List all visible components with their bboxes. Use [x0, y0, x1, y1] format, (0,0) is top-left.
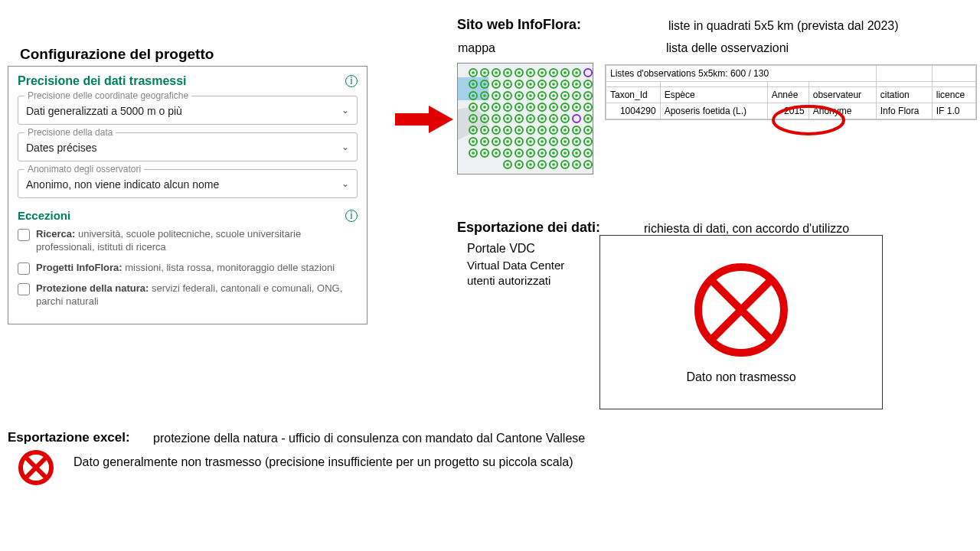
svg-point-178 [506, 163, 509, 166]
svg-point-69 [472, 106, 475, 109]
svg-point-122 [529, 129, 532, 132]
svg-point-71 [483, 106, 486, 109]
svg-point-144 [529, 140, 532, 143]
svg-point-105 [552, 117, 555, 120]
svg-point-148 [552, 140, 555, 143]
field-label: Anonimato degli osservatori [24, 164, 144, 174]
svg-point-22 [575, 71, 578, 74]
export-label: Esportazione dei dati: [457, 220, 600, 236]
excel-value: protezione della natura - ufficio di con… [153, 432, 585, 445]
svg-point-146 [541, 140, 544, 143]
chk-progetti[interactable]: Progetti InfoFlora: missioni, lista ross… [18, 262, 358, 275]
svg-point-132 [586, 129, 590, 132]
svg-point-61 [552, 94, 555, 97]
info-icon[interactable]: i [345, 210, 358, 222]
svg-point-12 [518, 71, 521, 74]
config-title: Configurazione del progetto [20, 46, 214, 63]
svg-point-172 [564, 152, 567, 155]
svg-point-126 [552, 129, 555, 132]
svg-point-162 [506, 152, 509, 155]
prohibited-icon-small [17, 448, 55, 490]
svg-point-31 [506, 83, 509, 86]
svg-point-75 [506, 106, 509, 109]
svg-point-81 [541, 106, 544, 109]
svg-point-10 [506, 71, 509, 74]
svg-point-49 [483, 94, 486, 97]
svg-point-89 [586, 106, 590, 109]
svg-point-73 [495, 106, 498, 109]
svg-point-25 [472, 83, 475, 86]
checkbox-icon [18, 229, 30, 241]
chk-text: Ricerca: università, scuole politecniche… [36, 228, 358, 254]
prohibited-icon [691, 260, 791, 360]
svg-point-35 [529, 83, 532, 86]
svg-point-39 [552, 83, 555, 86]
vdc-sub: Virtual Data Center [467, 259, 564, 272]
svg-point-138 [495, 140, 498, 143]
vdc-title: Portale VDC [467, 242, 535, 256]
svg-point-65 [575, 94, 578, 97]
svg-point-184 [541, 163, 544, 166]
lista-label: lista delle osservazioni [666, 41, 789, 55]
excel-label: Esportazione excel: [8, 430, 130, 445]
svg-point-176 [586, 152, 590, 155]
svg-point-93 [483, 117, 486, 120]
svg-point-158 [483, 152, 486, 155]
sito-label: Sito web InfoFlora: [457, 17, 581, 33]
svg-point-67 [586, 94, 590, 97]
svg-point-18 [552, 71, 555, 74]
svg-point-97 [506, 117, 509, 120]
chk-ricerca[interactable]: Ricerca: università, scuole politecniche… [18, 228, 358, 254]
svg-point-120 [518, 129, 521, 132]
svg-point-41 [564, 83, 567, 86]
field-label: Precisione della data [24, 127, 116, 138]
svg-point-154 [586, 140, 590, 143]
svg-point-128 [564, 129, 567, 132]
svg-point-103 [541, 117, 544, 120]
chevron-down-icon: ⌄ [341, 105, 349, 116]
checkbox-icon [18, 283, 30, 295]
mappa-label: mappa [458, 41, 495, 55]
svg-point-188 [564, 163, 567, 166]
svg-point-150 [564, 140, 567, 143]
svg-point-180 [518, 163, 521, 166]
svg-point-112 [472, 129, 475, 132]
info-icon[interactable]: i [345, 75, 358, 87]
svg-point-193 [773, 106, 844, 134]
config-panel: Precisione dei dati trasmessi i Precisio… [8, 66, 368, 324]
chevron-down-icon: ⌄ [341, 142, 349, 152]
svg-point-136 [483, 140, 486, 143]
svg-point-192 [586, 163, 590, 166]
svg-point-51 [495, 94, 498, 97]
svg-point-114 [483, 129, 486, 132]
svg-point-182 [529, 163, 532, 166]
chevron-down-icon: ⌄ [341, 178, 349, 189]
field-coords[interactable]: Precisione delle coordinate geografiche … [18, 96, 358, 125]
svg-point-91 [472, 117, 475, 120]
obs-table: Listes d'observations 5x5km: 600 / 130 T… [605, 64, 977, 120]
svg-point-43 [575, 83, 578, 86]
svg-point-156 [472, 152, 475, 155]
svg-point-29 [495, 83, 498, 86]
field-date[interactable]: Precisione della data Dates précises ⌄ [18, 132, 358, 161]
field-anon[interactable]: Anonimato degli osservatori Anonimo, non… [18, 169, 358, 198]
svg-point-168 [541, 152, 544, 155]
svg-point-101 [529, 117, 532, 120]
chk-text: Protezione della natura: servizi federal… [36, 282, 358, 308]
arrow-right-icon [395, 104, 455, 135]
svg-point-110 [586, 117, 590, 120]
svg-point-85 [564, 106, 567, 109]
map-thumbnail [457, 63, 593, 174]
svg-point-118 [506, 129, 509, 132]
svg-point-55 [518, 94, 521, 97]
precision-header: Precisione dei dati trasmessi [18, 74, 187, 88]
vdc-users: utenti autorizzati [467, 274, 550, 287]
red-ellipse-icon [770, 103, 847, 137]
chk-protezione[interactable]: Protezione della natura: servizi federal… [18, 282, 358, 308]
field-label: Precisione delle coordinate geografiche [24, 90, 191, 101]
export-box: Dato non trasmesso [599, 235, 883, 409]
svg-point-130 [575, 129, 578, 132]
svg-point-6 [483, 71, 486, 74]
svg-point-45 [586, 83, 590, 86]
svg-point-107 [564, 117, 567, 120]
